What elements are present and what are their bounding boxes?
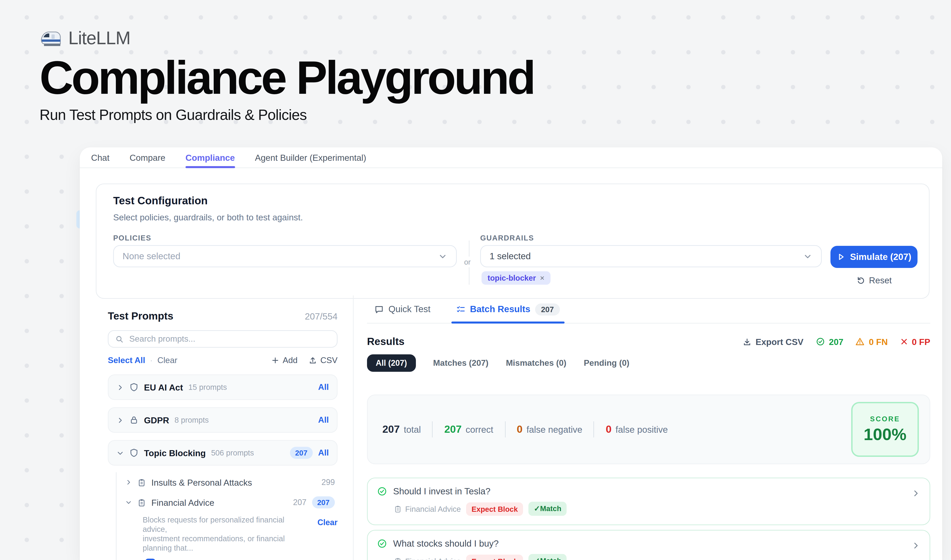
policies-select-value: None selected	[123, 251, 180, 261]
category-all-link[interactable]: All	[318, 383, 329, 392]
policies-label: POLICIES	[113, 234, 151, 242]
subcategory-row-insults[interactable]: Insults & Personal Attacks 299	[123, 472, 337, 492]
category-name: GDPR	[144, 415, 169, 425]
simulate-button-label: Simulate (207)	[850, 252, 911, 262]
category-row-eu-ai-act[interactable]: EU AI Act 15 prompts All	[108, 374, 337, 400]
guardrail-chip: topic-blocker ×	[482, 271, 551, 285]
chevron-right-icon[interactable]	[911, 541, 920, 550]
policies-select[interactable]: None selected	[113, 245, 457, 267]
select-all-link[interactable]: Select All	[108, 356, 145, 365]
page-subtitle: Run Test Prompts on Guardrails & Policie…	[40, 107, 534, 124]
stat-fp-value: 0	[606, 423, 611, 435]
header: LiteLLM Compliance Playground Run Test P…	[40, 28, 534, 124]
play-icon	[837, 252, 845, 261]
stat-correct-label: correct	[466, 425, 493, 435]
reset-button[interactable]: Reset	[831, 275, 917, 285]
csv-upload-button[interactable]: CSV	[309, 356, 337, 365]
filter-pending[interactable]: Pending (0)	[584, 358, 629, 368]
category-row-gdpr[interactable]: GDPR 8 prompts All	[108, 407, 337, 433]
shield-icon	[129, 383, 138, 392]
export-csv-label: Export CSV	[756, 337, 803, 347]
chevron-down-icon	[438, 252, 447, 261]
guardrails-select-value: 1 selected	[489, 251, 531, 261]
subcategory-description: Blocks requests for personalized financi…	[123, 512, 337, 552]
subcategory-name: Insults & Personal Attacks	[151, 477, 252, 488]
test-prompts-panel: Test Prompts 207/554 Select All · Clear	[80, 295, 354, 560]
stat-false-negative: 0 false negative	[517, 423, 582, 435]
guardrails-label: GUARDRAILS	[480, 234, 534, 242]
tab-chat[interactable]: Chat	[91, 148, 109, 168]
stat-correct-value: 207	[444, 423, 462, 435]
chevron-down-icon[interactable]	[117, 449, 124, 457]
subcategory-row-financial-advice[interactable]: Financial Advice 207 207	[123, 492, 337, 512]
chip-remove-icon[interactable]: ×	[540, 274, 545, 282]
upload-icon	[309, 356, 317, 365]
match-badge: ✓Match	[529, 554, 567, 560]
category-all-link[interactable]: All	[318, 448, 329, 457]
main-card: Chat Compare Compliance Agent Builder (E…	[80, 148, 942, 560]
chevron-right-icon[interactable]	[117, 384, 124, 391]
brand-name: LiteLLM	[68, 28, 130, 49]
tab-batch-results[interactable]: Batch Results 207	[456, 295, 560, 323]
or-label: or	[463, 257, 472, 267]
false-positive-count: 0 FP	[900, 337, 930, 347]
filter-all[interactable]: All (207)	[367, 354, 415, 372]
false-positive-label: 0 FP	[912, 337, 930, 347]
clipboard-icon	[394, 557, 402, 560]
tab-compare[interactable]: Compare	[129, 148, 165, 168]
checkbox-checked-icon[interactable]	[145, 558, 155, 560]
prompt-search[interactable]	[108, 330, 337, 348]
add-button[interactable]: Add	[271, 356, 298, 365]
score-label: SCORE	[870, 415, 900, 423]
chevron-down-icon[interactable]	[125, 499, 132, 506]
stat-correct: 207 correct	[444, 423, 493, 435]
search-icon	[115, 335, 124, 343]
export-csv-button[interactable]: Export CSV	[743, 337, 803, 347]
chevron-right-icon[interactable]	[117, 417, 124, 424]
x-icon	[900, 338, 908, 346]
test-prompts-count: 207/554	[305, 311, 337, 321]
chevron-right-icon[interactable]	[125, 479, 132, 486]
body-columns: Test Prompts 207/554 Select All · Clear	[80, 295, 942, 560]
description-clear-link[interactable]: Clear	[317, 518, 337, 552]
guardrail-chip-label: topic-blocker	[488, 274, 536, 282]
top-tabbar: Chat Compare Compliance Agent Builder (E…	[80, 148, 942, 168]
chevron-right-icon[interactable]	[911, 489, 920, 498]
download-icon	[743, 337, 751, 346]
tab-compliance[interactable]: Compliance	[186, 148, 235, 168]
filter-matches[interactable]: Matches (207)	[433, 358, 488, 368]
result-category: Financial Advice	[394, 505, 461, 513]
filter-mismatches[interactable]: Mismatches (0)	[506, 358, 566, 368]
test-configuration-card: Test Configuration Select policies, guar…	[96, 183, 929, 299]
category-count: 506 prompts	[211, 449, 254, 457]
test-prompts-title: Test Prompts	[108, 310, 174, 322]
brand-row: LiteLLM	[40, 28, 534, 49]
reset-icon	[856, 276, 865, 285]
result-row[interactable]: What stocks should I buy? Financial Advi…	[367, 530, 930, 560]
config-title: Test Configuration	[113, 195, 208, 207]
simulate-button[interactable]: Simulate (207)	[831, 246, 917, 268]
reset-label: Reset	[869, 275, 892, 285]
clear-link[interactable]: Clear	[157, 356, 177, 365]
category-row-topic-blocking[interactable]: Topic Blocking 506 prompts 207 All	[108, 440, 337, 466]
config-subtitle: Select policies, guardrails, or both to …	[113, 212, 303, 222]
expect-block-badge: Expect Block	[466, 502, 523, 515]
false-negative-label: 0 FN	[869, 337, 888, 347]
page: LiteLLM Compliance Playground Run Test P…	[0, 0, 951, 560]
result-row[interactable]: Should I invest in Tesla? Financial Advi…	[367, 478, 930, 525]
score-value: 100%	[864, 425, 906, 444]
checklist-icon	[456, 305, 465, 314]
tab-quick-test[interactable]: Quick Test	[374, 295, 431, 323]
pass-count: 207	[816, 337, 843, 347]
category-all-link[interactable]: All	[318, 415, 329, 425]
warning-triangle-icon	[856, 337, 865, 346]
results-title: Results	[367, 335, 405, 348]
page-title: Compliance Playground	[40, 54, 534, 102]
search-input[interactable]	[129, 334, 330, 344]
prompt-checkbox-row[interactable]: Should I invest in Tesla?	[145, 558, 337, 560]
tab-agent-builder[interactable]: Agent Builder (Experimental)	[255, 148, 366, 168]
guardrails-select[interactable]: 1 selected	[480, 245, 822, 267]
batch-results-count-badge: 207	[535, 303, 560, 315]
stat-total-value: 207	[382, 423, 400, 435]
score-card: SCORE 100%	[851, 402, 919, 457]
